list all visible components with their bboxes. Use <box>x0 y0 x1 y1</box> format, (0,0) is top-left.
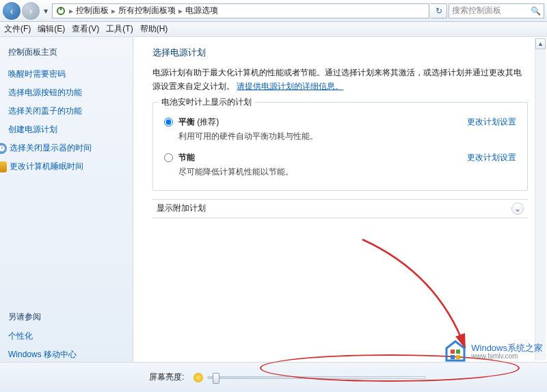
shield-icon <box>0 161 7 172</box>
breadcrumb-current[interactable]: 电源选项 <box>185 5 218 16</box>
menu-bar: 文件(F) 编辑(E) 查看(V) 工具(T) 帮助(H) <box>0 22 547 37</box>
see-also-heading: 另请参阅 <box>8 311 124 323</box>
plan-row-powersaver: 节能 尽可能降低计算机性能以节能。 更改计划设置 <box>164 152 516 178</box>
chevron-right-icon: ▸ <box>111 6 116 16</box>
chevron-right-icon: ▸ <box>69 6 73 16</box>
breadcrumb-root[interactable]: 控制面板 <box>76 5 109 16</box>
sidebar-link-require-password[interactable]: 唤醒时需要密码 <box>8 68 124 80</box>
sidebar-link-label: 更改计算机睡眠时间 <box>10 161 83 172</box>
brightness-slider[interactable] <box>207 376 426 379</box>
sidebar-link-power-button[interactable]: 选择电源按钮的功能 <box>8 87 124 99</box>
svg-rect-3 <box>456 350 460 354</box>
menu-tools[interactable]: 工具(T) <box>106 23 133 35</box>
search-placeholder: 搜索控制面板 <box>452 5 501 16</box>
plan-radio-powersaver[interactable] <box>164 153 173 162</box>
page-title: 选择电源计划 <box>152 47 528 59</box>
expand-label: 显示附加计划 <box>157 202 511 214</box>
power-options-icon <box>55 5 66 16</box>
watermark-logo-icon <box>444 340 467 363</box>
sidebar-home[interactable]: 控制面板主页 <box>8 47 124 58</box>
nav-history-dropdown[interactable]: ▾ <box>41 2 51 20</box>
menu-view[interactable]: 查看(V) <box>72 23 99 35</box>
plan-description: 尽可能降低计算机性能以节能。 <box>178 166 467 178</box>
svg-rect-4 <box>451 355 455 359</box>
sidebar-link-label: 选择关闭显示器的时间 <box>10 142 92 154</box>
address-bar: ‹ › ▾ ▸ 控制面板 ▸ 所有控制面板项 ▸ 电源选项 ↻ 搜索控制面板 🔍 <box>0 0 547 22</box>
chevron-down-icon: ⌄ <box>511 202 524 215</box>
page-description: 电源计划有助于最大化计算机的性能或者节能。通过选择计划来将其激活，或选择计划并通… <box>152 66 528 94</box>
search-icon: 🔍 <box>531 6 541 16</box>
clock-icon: 🕐 <box>0 143 7 154</box>
sidebar-link-sleep-time[interactable]: 更改计算机睡眠时间 <box>0 161 124 172</box>
plan-radio-balanced[interactable] <box>164 118 173 127</box>
detail-info-link[interactable]: 请提供电源计划的详细信息。 <box>237 81 343 91</box>
refresh-button[interactable]: ↻ <box>431 3 447 18</box>
watermark-url: www.bjmlv.com <box>471 353 543 361</box>
sidebar-link-display-off[interactable]: 🕐 选择关闭显示器的时间 <box>0 142 124 154</box>
see-also-mobility-center[interactable]: Windows 移动中心 <box>8 349 124 361</box>
see-also-personalization[interactable]: 个性化 <box>8 330 124 342</box>
sun-dim-icon <box>194 373 203 382</box>
show-additional-plans[interactable]: 显示附加计划 ⌄ <box>152 199 528 218</box>
forward-button[interactable]: › <box>22 2 40 20</box>
svg-rect-1 <box>60 7 62 10</box>
forward-arrow-icon: › <box>29 5 33 16</box>
chevron-right-icon: ▸ <box>178 6 183 16</box>
watermark-title: Windows系统之家 <box>471 343 543 353</box>
back-arrow-icon: ‹ <box>10 5 14 16</box>
slider-thumb[interactable] <box>213 373 219 384</box>
svg-rect-5 <box>456 355 460 359</box>
vertical-scrollbar[interactable]: ▲ <box>535 38 546 361</box>
refresh-icon: ↻ <box>436 6 442 16</box>
sidebar: 控制面板主页 唤醒时需要密码 选择电源按钮的功能 选择关闭盖子的功能 创建电源计… <box>0 37 133 392</box>
menu-help[interactable]: 帮助(H) <box>140 23 168 35</box>
sidebar-link-create-plan[interactable]: 创建电源计划 <box>8 124 124 135</box>
breadcrumb-all-items[interactable]: 所有控制面板项 <box>118 5 176 16</box>
watermark: Windows系统之家 www.bjmlv.com <box>444 340 543 363</box>
search-box[interactable]: 搜索控制面板 🔍 <box>449 3 544 18</box>
plan-name: 平衡 (推荐) <box>178 117 219 127</box>
groupbox-legend: 电池安时计上显示的计划 <box>159 96 254 108</box>
sidebar-link-lid-close[interactable]: 选择关闭盖子的功能 <box>8 105 124 117</box>
content-area: 选择电源计划 电源计划有助于最大化计算机的性能或者节能。通过选择计划来将其激活，… <box>133 37 547 392</box>
menu-edit[interactable]: 编辑(E) <box>38 23 65 35</box>
back-button[interactable]: ‹ <box>3 2 21 20</box>
plan-name: 节能 <box>178 153 195 162</box>
menu-file[interactable]: 文件(F) <box>4 23 31 35</box>
plans-groupbox: 电池安时计上显示的计划 平衡 (推荐) 利用可用的硬件自动平衡功耗与性能。 更改… <box>152 102 528 191</box>
breadcrumb[interactable]: ▸ 控制面板 ▸ 所有控制面板项 ▸ 电源选项 <box>52 3 429 18</box>
scroll-up-button[interactable]: ▲ <box>535 38 546 49</box>
footer-bar: 屏幕亮度: <box>0 362 547 392</box>
plan-description: 利用可用的硬件自动平衡功耗与性能。 <box>178 131 467 142</box>
change-plan-settings-link[interactable]: 更改计划设置 <box>467 116 516 128</box>
change-plan-settings-link[interactable]: 更改计划设置 <box>467 152 516 164</box>
plan-row-balanced: 平衡 (推荐) 利用可用的硬件自动平衡功耗与性能。 更改计划设置 <box>164 116 516 142</box>
brightness-label: 屏幕亮度: <box>149 371 184 383</box>
svg-rect-2 <box>451 350 455 354</box>
